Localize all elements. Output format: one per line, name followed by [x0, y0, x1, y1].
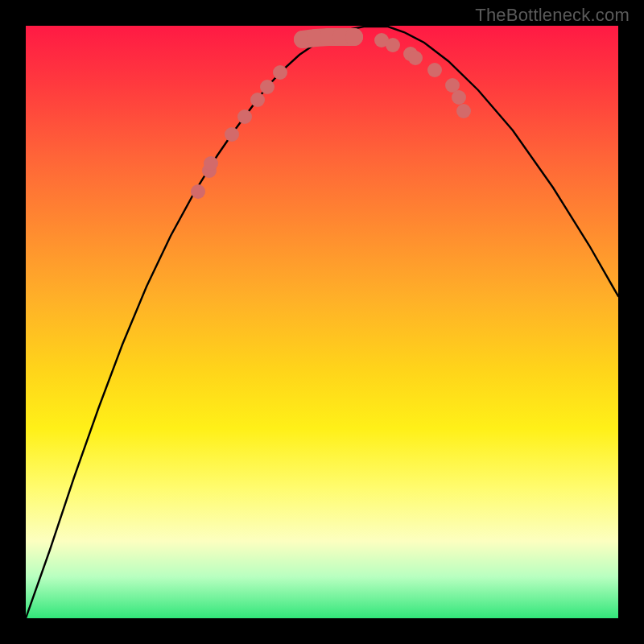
data-marker — [427, 63, 442, 77]
data-marker — [260, 80, 275, 94]
data-marker — [386, 38, 400, 52]
data-marker — [237, 109, 252, 124]
bottleneck-curve — [26, 27, 618, 618]
data-marker — [225, 127, 239, 142]
data-marker — [204, 156, 218, 171]
data-marker — [273, 65, 287, 80]
data-marker — [191, 184, 205, 199]
data-marker — [456, 104, 471, 118]
chart-plot-area — [26, 26, 618, 618]
data-marker — [345, 28, 363, 46]
data-marker — [408, 51, 423, 65]
chart-frame: TheBottleneck.com — [0, 0, 644, 644]
data-marker — [452, 90, 466, 105]
bottleneck-chart — [26, 26, 618, 618]
data-marker — [250, 93, 265, 107]
watermark-text: TheBottleneck.com — [475, 5, 630, 26]
